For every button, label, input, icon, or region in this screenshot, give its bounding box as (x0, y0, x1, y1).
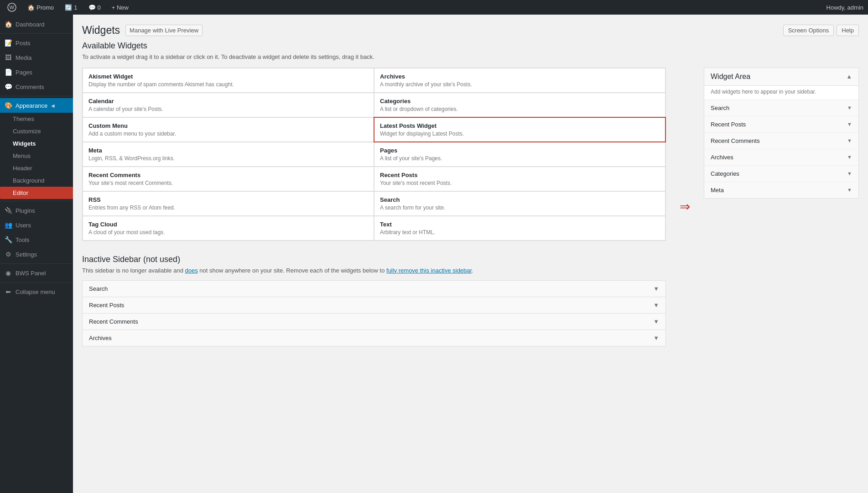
inactive-widget-archives[interactable]: Archives ▼ (82, 330, 666, 346)
widget-area-item-archives[interactable]: Archives ▼ (704, 149, 858, 166)
admin-bar: W 🏠 Promo 🔄 1 💬 0 + New Howdy, admin (0, 0, 868, 15)
widget-pages-desc: A list of your site's Pages. (380, 155, 660, 162)
posts-icon: 📝 (5, 39, 12, 47)
sidebar-item-comments[interactable]: 💬 Comments (0, 79, 73, 94)
sidebar-item-editor[interactable]: Editor (0, 187, 73, 199)
manage-live-preview-button[interactable]: Manage with Live Preview (125, 25, 203, 36)
comments-menu-icon: 💬 (5, 83, 12, 90)
sidebar-item-widgets[interactable]: Widgets (0, 137, 73, 150)
sidebar-item-bws[interactable]: ◉ BWS Panel (0, 266, 73, 280)
inactive-widget-search[interactable]: Search ▼ (82, 280, 666, 297)
widget-meta-name: Meta (88, 147, 368, 154)
users-icon: 👥 (5, 221, 12, 229)
updates-icon: 🔄 (65, 4, 72, 11)
sidebar-item-appearance[interactable]: 🎨 Appearance ◀ (0, 98, 73, 113)
widget-categories-name: Categories (380, 98, 660, 105)
inactive-sidebar-section: Inactive Sidebar (not used) This sidebar… (82, 255, 666, 346)
widget-search-desc: A search form for your site. (380, 205, 660, 211)
pages-icon: 📄 (5, 68, 12, 76)
sidebar-item-posts[interactable]: 📝 Posts (0, 36, 73, 50)
svg-text:W: W (10, 5, 15, 10)
sidebar-item-themes[interactable]: Themes (0, 113, 73, 125)
menus-label: Menus (13, 152, 31, 159)
widget-area-meta-name: Meta (711, 187, 724, 194)
sidebar-item-media[interactable]: 🖼 Media (0, 50, 73, 65)
sidebar-item-customize[interactable]: Customize (0, 125, 73, 137)
widget-area-categories-chevron: ▼ (847, 171, 852, 176)
collapse-icon: ⬅ (5, 288, 12, 295)
inactive-widget-recent-comments-name: Recent Comments (89, 318, 138, 325)
collapse-menu-button[interactable]: ⬅ Collapse menu (0, 284, 73, 299)
widget-area-item-recent-comments[interactable]: Recent Comments ▼ (704, 133, 858, 149)
appearance-collapse-icon: ◀ (51, 103, 55, 108)
sidebar-item-settings[interactable]: ⚙ Settings (0, 247, 73, 262)
widget-recent-comments-name: Recent Comments (88, 172, 368, 178)
widget-recent-comments[interactable]: Recent Comments Your site's most recent … (83, 167, 374, 191)
comments-count: 0 (98, 4, 101, 11)
widget-pages[interactable]: Pages A list of your site's Pages. (374, 142, 665, 166)
site-name-link[interactable]: 🏠 Promo (25, 0, 57, 15)
widget-area-collapse-icon[interactable]: ▲ (846, 73, 852, 80)
sidebar-item-pages[interactable]: 📄 Pages (0, 65, 73, 79)
widget-latest-posts[interactable]: Latest Posts Widget Widget for displayin… (374, 117, 666, 142)
widget-rss-name: RSS (88, 196, 368, 203)
comments-link[interactable]: 💬 0 (86, 0, 104, 15)
widget-archives-name: Archives (380, 73, 660, 80)
collapse-label: Collapse menu (16, 288, 55, 295)
widget-text[interactable]: Text Arbitrary text or HTML. (374, 216, 665, 240)
sidebar-item-header[interactable]: Header (0, 162, 73, 174)
widget-latest-posts-desc: Widget for displaying Latest Posts. (380, 131, 660, 137)
wp-logo-link[interactable]: W (5, 0, 19, 15)
does-not-link[interactable]: does (185, 267, 198, 274)
widget-area-search-chevron: ▼ (847, 105, 852, 110)
widget-categories[interactable]: Categories A list or dropdown of categor… (374, 93, 665, 117)
inactive-sidebar-desc: This sidebar is no longer available and … (82, 267, 666, 274)
widget-meta[interactable]: Meta Login, RSS, & WordPress.org links. (83, 142, 374, 166)
sidebar-label-pages: Pages (16, 69, 32, 76)
sidebar-item-menus[interactable]: Menus (0, 150, 73, 162)
widget-area-item-categories[interactable]: Categories ▼ (704, 166, 858, 182)
header-label: Header (13, 165, 32, 172)
widget-area-search-name: Search (711, 105, 729, 111)
widget-search[interactable]: Search A search form for your site. (374, 192, 665, 215)
widget-area-recent-posts-chevron: ▼ (847, 121, 852, 127)
sidebar-label-users: Users (16, 222, 31, 229)
home-icon: 🏠 (27, 4, 35, 11)
widget-akismet[interactable]: Akismet Widget Display the number of spa… (83, 68, 374, 92)
widget-area-item-recent-posts[interactable]: Recent Posts ▼ (704, 116, 858, 133)
updates-link[interactable]: 🔄 1 (62, 0, 80, 15)
widget-area-item-search[interactable]: Search ▼ (704, 100, 858, 116)
new-content-link[interactable]: + New (109, 0, 131, 15)
screen-options-button[interactable]: Screen Options (783, 25, 834, 36)
page-title-wrap: Widgets Manage with Live Preview (82, 24, 203, 37)
sidebar-item-background[interactable]: Background (0, 174, 73, 187)
help-button[interactable]: Help (837, 25, 859, 36)
widget-area-item-meta[interactable]: Meta ▼ (704, 182, 858, 198)
widget-recent-posts[interactable]: Recent Posts Your site's most recent Pos… (374, 167, 665, 191)
sidebar-item-plugins[interactable]: 🔌 Plugins (0, 203, 73, 218)
widget-tag-cloud-name: Tag Cloud (88, 221, 368, 228)
page-header: Widgets Manage with Live Preview Screen … (82, 24, 859, 37)
widget-custom-menu[interactable]: Custom Menu Add a custom menu to your si… (83, 118, 374, 142)
widget-calendar[interactable]: Calendar A calendar of your site's Posts… (83, 93, 374, 117)
widget-categories-desc: A list or dropdown of categories. (380, 106, 660, 112)
widget-archives[interactable]: Archives A monthly archive of your site'… (374, 68, 665, 92)
widget-tag-cloud-desc: A cloud of your most used tags. (88, 229, 368, 236)
menu-separator-1 (0, 33, 73, 34)
widget-meta-desc: Login, RSS, & WordPress.org links. (88, 155, 368, 162)
widget-rss[interactable]: RSS Entries from any RSS or Atom feed. (83, 192, 374, 215)
widget-area-title: Widget Area (711, 73, 750, 81)
available-widgets-desc: To activate a widget drag it to a sideba… (82, 53, 859, 60)
widget-text-name: Text (380, 221, 660, 228)
menu-separator-4 (0, 263, 73, 264)
inactive-widget-recent-comments[interactable]: Recent Comments ▼ (82, 313, 666, 330)
main-content: Widgets Manage with Live Preview Screen … (73, 15, 868, 493)
sidebar-item-dashboard[interactable]: 🏠 Dashboard (0, 17, 73, 31)
sidebar-item-users[interactable]: 👥 Users (0, 218, 73, 232)
widget-akismet-name: Akismet Widget (88, 73, 368, 80)
widget-tag-cloud[interactable]: Tag Cloud A cloud of your most used tags… (83, 216, 374, 240)
inactive-widget-recent-posts[interactable]: Recent Posts ▼ (82, 297, 666, 314)
fully-remove-link[interactable]: fully remove this inactive sidebar (386, 267, 472, 274)
sidebar-item-tools[interactable]: 🔧 Tools (0, 232, 73, 247)
tools-icon: 🔧 (5, 236, 12, 243)
